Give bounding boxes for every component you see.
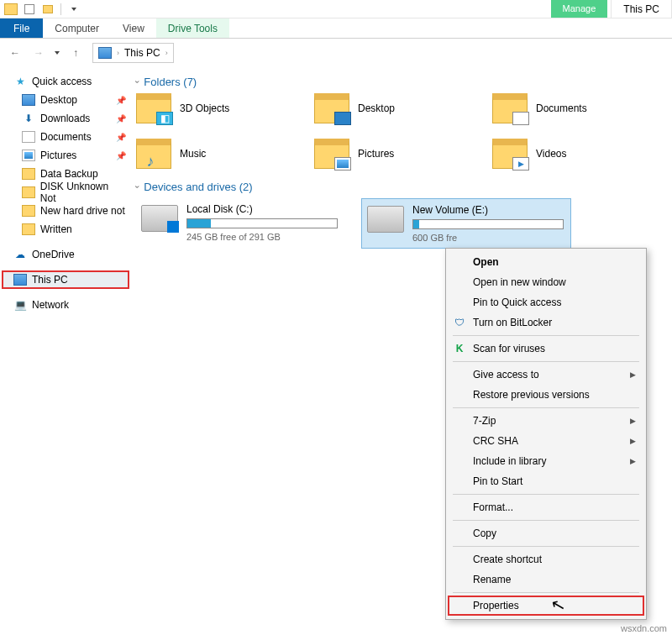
back-button[interactable]: ←	[5, 43, 25, 63]
tree-label: This PC	[32, 274, 68, 286]
folder-desktop[interactable]: Desktop	[314, 93, 492, 123]
properties-icon[interactable]	[22, 2, 37, 17]
submenu-arrow-icon: ▶	[630, 370, 636, 379]
folder-music[interactable]: ♪ Music	[136, 139, 314, 169]
tree-downloads[interactable]: ⬇ Downloads 📌	[2, 109, 129, 128]
tree-disk-unknown[interactable]: DISK Unknown Not	[2, 183, 129, 202]
ctx-scan-viruses[interactable]: KScan for viruses	[448, 338, 644, 359]
ctx-crc-sha[interactable]: CRC SHA▶	[448, 431, 644, 451]
qat-customize-icon[interactable]	[66, 2, 81, 17]
drive-usage-bar	[412, 219, 564, 229]
drive-label: New Volume (E:)	[412, 204, 565, 216]
submenu-arrow-icon: ▶	[630, 437, 636, 445]
pictures-icon	[22, 150, 35, 161]
tree-label: Data Backup	[40, 168, 98, 180]
submenu-arrow-icon: ▶	[630, 417, 636, 425]
videos-overlay-icon	[512, 157, 529, 171]
drive-e[interactable]: New Volume (E:) 600 GB fre	[361, 198, 571, 249]
ctx-separator	[453, 494, 639, 495]
ctx-7zip[interactable]: 7-Zip▶	[448, 411, 644, 431]
ctx-give-access[interactable]: Give access to▶	[448, 365, 644, 385]
tree-label: DISK Unknown Not	[40, 181, 126, 204]
folder-documents[interactable]: Documents	[492, 93, 670, 123]
ctx-separator	[453, 335, 639, 336]
watermark: wsxdn.com	[621, 623, 667, 633]
nav-bar: ← → ↑ › This PC ›	[0, 39, 672, 67]
tree-written[interactable]: Written	[2, 220, 129, 239]
tree-new-hard-drive[interactable]: New hard drive not	[2, 202, 129, 220]
tree-label: Quick access	[32, 76, 92, 87]
ctx-open[interactable]: Open	[448, 252, 644, 272]
folder-icon: ◧	[136, 93, 171, 123]
pin-icon: 📌	[116, 151, 126, 160]
qat-separator	[60, 3, 61, 15]
drive-free-text: 245 GB free of 291 GB	[186, 232, 341, 242]
tree-this-pc[interactable]: This PC	[2, 270, 129, 289]
pictures-overlay-icon	[334, 157, 351, 171]
ctx-include-library[interactable]: Include in library▶	[448, 451, 644, 471]
folder-icon: ♪	[136, 139, 171, 169]
ribbon-drive-tools[interactable]: Drive Tools	[156, 18, 229, 38]
new-folder-icon[interactable]	[40, 2, 55, 17]
up-button[interactable]: ↑	[66, 43, 86, 63]
tree-label: Written	[40, 223, 72, 235]
document-icon	[22, 131, 35, 143]
ctx-copy[interactable]: Copy	[448, 523, 644, 543]
folder-label: Pictures	[358, 148, 394, 160]
quick-access-toolbar	[0, 2, 81, 17]
pin-icon: 📌	[116, 133, 126, 142]
explorer-icon[interactable]	[3, 2, 18, 17]
folder-icon	[22, 168, 35, 180]
ribbon-computer[interactable]: Computer	[43, 18, 111, 38]
ctx-rename[interactable]: Rename	[448, 569, 644, 590]
ctx-pin-quick-access[interactable]: Pin to Quick access	[448, 292, 644, 312]
breadcrumb-location[interactable]: This PC	[124, 47, 160, 59]
ctx-create-shortcut[interactable]: Create shortcut	[448, 549, 644, 569]
music-overlay-icon: ♪	[142, 155, 159, 168]
submenu-arrow-icon: ▶	[630, 457, 636, 465]
tree-desktop[interactable]: Desktop 📌	[2, 91, 129, 109]
tree-quick-access[interactable]: ★ Quick access	[2, 72, 129, 91]
ctx-format[interactable]: Format...	[448, 497, 644, 517]
folder-3d-objects[interactable]: ◧ 3D Objects	[136, 93, 314, 123]
folder-label: 3D Objects	[180, 102, 229, 114]
ctx-open-new-window[interactable]: Open in new window	[448, 272, 644, 292]
folder-pictures[interactable]: Pictures	[314, 139, 492, 169]
drive-label: Local Disk (C:)	[186, 203, 341, 215]
tree-label: Desktop	[40, 94, 77, 106]
context-menu: Open Open in new window Pin to Quick acc…	[445, 248, 647, 620]
tree-onedrive[interactable]: ☁ OneDrive	[2, 245, 129, 264]
titlebar: Manage This PC	[0, 0, 672, 18]
desktop-overlay-icon	[334, 112, 351, 125]
ctx-separator	[453, 520, 639, 521]
tree-label: Downloads	[40, 113, 90, 124]
folder-icon	[492, 139, 528, 169]
tree-documents[interactable]: Documents 📌	[2, 128, 129, 146]
tree-network[interactable]: 💻 Network	[2, 296, 129, 314]
recent-locations-button[interactable]	[52, 43, 62, 63]
folder-label: Music	[180, 148, 206, 160]
ribbon-view[interactable]: View	[111, 18, 156, 38]
ribbon-file[interactable]: File	[0, 18, 43, 38]
network-icon: 💻	[13, 299, 27, 311]
tree-label: OneDrive	[32, 249, 75, 260]
tree-pictures[interactable]: Pictures 📌	[2, 146, 129, 165]
tree-label: Pictures	[40, 150, 76, 161]
cloud-icon: ☁	[13, 249, 27, 260]
address-bar[interactable]: › This PC ›	[92, 43, 174, 63]
manage-contextual-tab[interactable]: Manage	[551, 0, 608, 18]
section-label: Folders (7)	[144, 76, 197, 88]
folder-videos[interactable]: Videos	[492, 139, 670, 169]
ctx-bitlocker[interactable]: 🛡Turn on BitLocker	[448, 312, 644, 333]
shield-icon: 🛡	[453, 316, 466, 329]
drive-c[interactable]: Local Disk (C:) 245 GB free of 291 GB	[136, 198, 346, 249]
forward-button[interactable]: →	[29, 43, 49, 63]
chevron-right-icon: ›	[165, 49, 168, 57]
ctx-properties[interactable]: Properties	[448, 596, 644, 616]
chevron-down-icon: ›	[133, 81, 142, 83]
ctx-restore-previous[interactable]: Restore previous versions	[448, 385, 644, 405]
drives-header[interactable]: › Devices and drives (2)	[136, 181, 670, 193]
folders-header[interactable]: › Folders (7)	[136, 76, 670, 88]
folder-icon	[314, 93, 349, 123]
ctx-pin-start[interactable]: Pin to Start	[448, 471, 644, 491]
